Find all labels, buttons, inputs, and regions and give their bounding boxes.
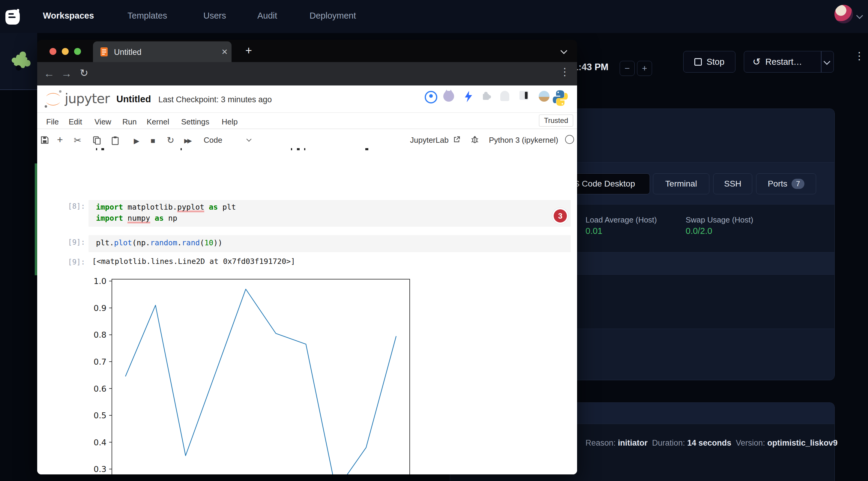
matplotlib-line-chart: 0.20.30.40.50.60.70.80.91.002468 xyxy=(84,277,420,474)
menu-run[interactable]: Run xyxy=(122,117,137,127)
sidebar-toggle-extension-icon[interactable] xyxy=(520,91,528,100)
ssh-label: SSH xyxy=(724,179,741,189)
fn-plot: plot xyxy=(114,238,132,247)
code-text xyxy=(150,214,155,223)
browser-toolbar: ← → ↻ 5555--main--test--matifali.atif.cd… xyxy=(37,62,577,86)
restart-icon: ↺ xyxy=(752,56,761,67)
lightning-extension-icon[interactable] xyxy=(464,91,473,102)
menu-view[interactable]: View xyxy=(94,117,111,127)
python-logo-icon xyxy=(553,90,568,106)
fn-rand: rand xyxy=(182,238,200,247)
tab-search-chevron-icon[interactable] xyxy=(561,47,567,54)
code-text: . xyxy=(177,238,182,247)
paste-cells-icon[interactable] xyxy=(112,136,119,145)
jupyter-toolbar: + ✂ ▶ ■ ↻ ▶▶ Code JupyterLab xyxy=(37,129,577,148)
reason-value: initiator xyxy=(618,439,648,447)
external-link-icon[interactable] xyxy=(454,136,460,143)
tab-close-icon[interactable]: ✕ xyxy=(221,47,228,57)
cell-type-chevron-icon[interactable] xyxy=(247,137,252,142)
cell8-input[interactable]: import matplotlib.pyplot as plt import n… xyxy=(89,200,571,227)
new-tab-button[interactable]: + xyxy=(245,44,252,57)
cell9-input[interactable]: plt.plot(np.random.rand(10)) xyxy=(89,235,571,252)
menu-file[interactable]: File xyxy=(46,117,59,127)
workspace-kebab-menu-icon[interactable]: ⋮ xyxy=(854,53,864,59)
onepassword-extension-icon[interactable] xyxy=(425,91,437,103)
jupyterlab-link[interactable]: JupyterLab xyxy=(410,135,449,145)
reload-icon[interactable]: ↻ xyxy=(80,67,89,79)
terminal-button[interactable]: Terminal xyxy=(653,173,709,194)
notebook-content: [8]: import matplotlib.pyplot as plt imp… xyxy=(37,148,577,474)
code-text: matplotlib. xyxy=(127,203,177,212)
account-chevron-down-icon[interactable] xyxy=(856,12,863,19)
insert-cell-icon[interactable]: + xyxy=(57,134,63,146)
code-text-highlighted: pyplot xyxy=(177,203,204,212)
nav-templates[interactable]: Templates xyxy=(127,11,167,21)
github-extension-icon[interactable] xyxy=(443,91,454,102)
browser-kebab-menu-icon[interactable]: ⋮ xyxy=(560,66,570,78)
kernel-name[interactable]: Python 3 (ipykernel) xyxy=(489,135,558,145)
user-avatar[interactable] xyxy=(834,5,853,23)
menu-edit[interactable]: Edit xyxy=(69,117,82,127)
svg-text:0.7: 0.7 xyxy=(94,357,106,366)
top-nav-bar: Workspaces Templates Users Audit Deploym… xyxy=(0,0,868,33)
interrupt-kernel-icon[interactable]: ■ xyxy=(151,136,155,146)
browser-tab-strip: Untitled ✕ + xyxy=(37,40,577,62)
window-zoom-button[interactable] xyxy=(74,48,81,55)
extensions-puzzle-icon[interactable] xyxy=(480,91,491,102)
ports-count-badge: 7 xyxy=(792,179,804,189)
stop-workspace-button[interactable]: Stop xyxy=(683,51,736,72)
run-cell-icon[interactable]: ▶ xyxy=(134,137,139,145)
svg-text:0.9: 0.9 xyxy=(94,303,106,313)
code-text: np xyxy=(164,214,177,223)
nav-users[interactable]: Users xyxy=(203,11,226,21)
kernel-status-icon xyxy=(565,135,574,144)
schedule-minus-button[interactable]: − xyxy=(620,61,634,76)
ghost-extension-icon[interactable] xyxy=(500,91,509,101)
build-info-line: Reason: initiator Duration: 14 seconds V… xyxy=(586,439,837,448)
svg-text:1.0: 1.0 xyxy=(94,277,106,286)
cut-cells-icon[interactable]: ✂ xyxy=(74,135,81,146)
notification-count-badge[interactable]: 3 xyxy=(554,209,567,223)
swap-usage-value: 0.0/2.0 xyxy=(686,226,712,236)
browser-window: Untitled ✕ + ← → ↻ 5555--main--test--mat… xyxy=(37,40,577,474)
restart-workspace-button[interactable]: ↺ Restart… xyxy=(744,51,834,72)
schedule-plus-button[interactable]: + xyxy=(637,61,652,76)
nav-deployment[interactable]: Deployment xyxy=(310,11,356,21)
last-checkpoint: Last Checkpoint: 3 minutes ago xyxy=(158,95,272,104)
ssh-button[interactable]: SSH xyxy=(713,173,752,194)
browser-tab[interactable]: Untitled ✕ xyxy=(93,41,231,62)
svg-text:0.6: 0.6 xyxy=(94,384,106,393)
nav-workspaces[interactable]: Workspaces xyxy=(43,11,94,21)
jupyter-menubar: File Edit View Run Kernel Settings Help … xyxy=(37,113,577,129)
browser-profile-avatar[interactable] xyxy=(539,91,550,102)
kw-as: as xyxy=(155,214,164,223)
window-close-button[interactable] xyxy=(50,48,56,55)
forward-icon[interactable]: → xyxy=(61,67,72,80)
svg-text:0.4: 0.4 xyxy=(94,438,106,447)
save-icon[interactable] xyxy=(41,136,49,144)
jupyter-logo-text[interactable]: jupyter xyxy=(65,91,110,106)
back-icon[interactable]: ← xyxy=(44,67,55,80)
menu-help[interactable]: Help xyxy=(222,117,238,127)
stop-square-icon xyxy=(694,58,702,66)
trusted-button[interactable]: Trusted xyxy=(539,115,573,127)
swap-usage-label: Swap Usage (Host) xyxy=(686,215,753,225)
code-text: )) xyxy=(213,238,222,247)
menu-settings[interactable]: Settings xyxy=(181,117,209,127)
restart-kernel-icon[interactable]: ↻ xyxy=(167,135,174,146)
ports-button[interactable]: Ports 7 xyxy=(756,173,816,194)
debugger-bug-icon[interactable] xyxy=(471,135,479,143)
window-minimize-button[interactable] xyxy=(62,48,69,55)
restart-chevron-down-icon[interactable] xyxy=(824,58,831,65)
copy-cells-icon[interactable] xyxy=(93,136,101,145)
notebook-title[interactable]: Untitled xyxy=(116,94,151,105)
screen: Workspaces Templates Users Audit Deploym… xyxy=(0,0,868,481)
coder-logo[interactable] xyxy=(5,8,21,25)
menu-kernel[interactable]: Kernel xyxy=(147,117,169,127)
kw-import: import xyxy=(96,203,127,212)
cell-type-select[interactable]: Code xyxy=(204,135,222,145)
code-text: (np. xyxy=(132,238,150,247)
notebook-favicon xyxy=(100,47,108,57)
nav-audit[interactable]: Audit xyxy=(257,11,277,21)
run-all-icon[interactable]: ▶▶ xyxy=(184,137,190,144)
